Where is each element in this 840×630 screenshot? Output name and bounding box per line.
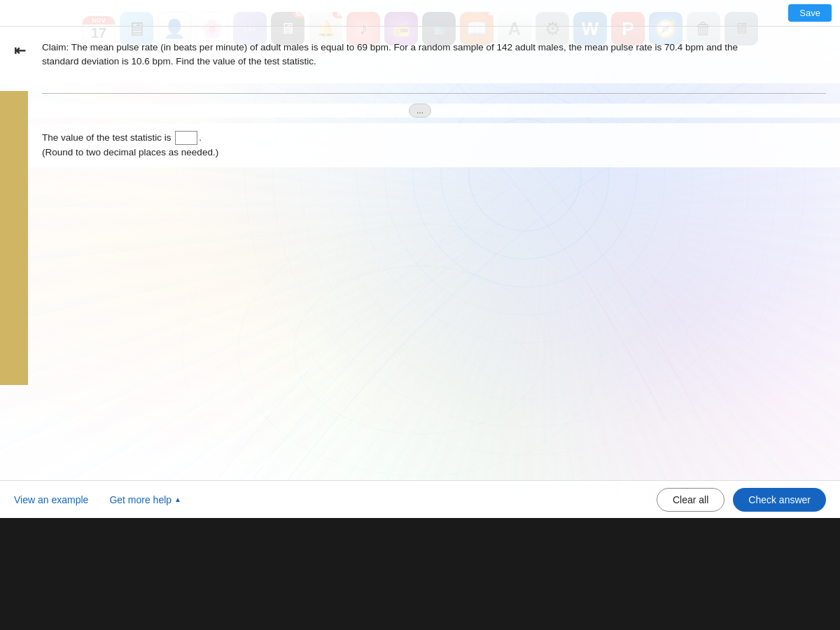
content-area: Save ⇤ Claim: The mean pulse rate (in be… xyxy=(0,0,840,518)
left-yellow-strip xyxy=(0,91,28,385)
question-claim-text: Claim: The mean pulse rate (in beats per… xyxy=(42,41,777,69)
answer-note-text: (Round to two decimal places as needed.) xyxy=(42,147,218,158)
more-button-row: ... xyxy=(0,104,840,118)
answer-section: The value of the test statistic is . (Ro… xyxy=(0,123,840,167)
back-arrow-icon[interactable]: ⇤ xyxy=(14,42,26,59)
question-content: ⇤ Claim: The mean pulse rate (in beats p… xyxy=(0,27,840,83)
chevron-up-icon: ▲ xyxy=(174,496,181,503)
bottom-action-bar: View an example Get more help ▲ Clear al… xyxy=(0,480,840,518)
get-more-help-link[interactable]: Get more help ▲ xyxy=(109,494,181,505)
wave-spacer xyxy=(0,167,840,518)
top-bar: Save xyxy=(0,0,840,27)
main-window: Save ⇤ Claim: The mean pulse rate (in be… xyxy=(0,0,840,518)
clear-all-button[interactable]: Clear all xyxy=(657,488,724,512)
check-answer-button[interactable]: Check answer xyxy=(733,488,826,512)
section-divider xyxy=(42,93,826,94)
answer-prompt-text: The value of the test statistic is . (Ro… xyxy=(42,130,826,160)
view-example-link[interactable]: View an example xyxy=(14,494,88,505)
save-button[interactable]: Save xyxy=(788,4,832,22)
test-statistic-input[interactable] xyxy=(175,131,197,145)
more-options-button[interactable]: ... xyxy=(409,104,431,118)
